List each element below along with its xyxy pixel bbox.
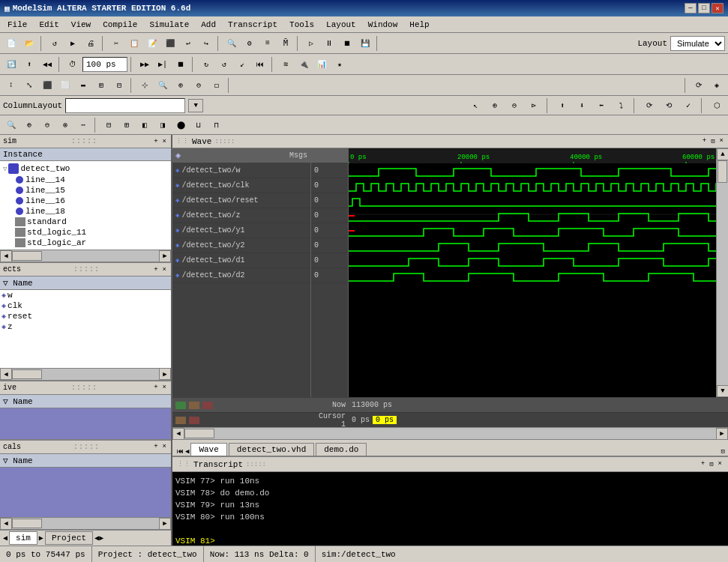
- cl-btn6[interactable]: ⬇: [574, 97, 590, 114]
- transcript-btn1[interactable]: +: [700, 460, 706, 468]
- tb13[interactable]: M̄: [277, 35, 294, 52]
- menu-item-compile[interactable]: Compile: [97, 19, 143, 31]
- sim-r4[interactable]: ⏮: [252, 56, 268, 73]
- tb6[interactable]: 📝: [144, 35, 160, 52]
- hscroll-right[interactable]: ▶: [159, 250, 171, 262]
- w3-4[interactable]: ⬜: [57, 77, 73, 94]
- wave-signal-clk[interactable]: ◈ /detect_two/clk: [172, 178, 310, 193]
- tb7[interactable]: ⬛: [162, 35, 178, 52]
- tree-item-line14[interactable]: line__14: [1, 175, 169, 185]
- sim-run[interactable]: ▶▶: [136, 56, 153, 73]
- cl-btn11[interactable]: ✓: [680, 97, 697, 114]
- wave-signal-y1[interactable]: ◈ /detect_two/y1: [172, 223, 310, 238]
- cl-btn5[interactable]: ⬆: [554, 97, 571, 114]
- tab-arrow-left[interactable]: ⏮: [177, 447, 184, 456]
- tab-project[interactable]: Project: [45, 531, 93, 545]
- w3-cursor[interactable]: ⊹: [136, 77, 153, 94]
- cals-btn1[interactable]: +: [152, 443, 159, 450]
- cl-btn8[interactable]: ⤵: [613, 97, 629, 114]
- sim-r1[interactable]: ↻: [198, 56, 214, 73]
- obj-hscroll-track[interactable]: [12, 369, 159, 380]
- tree-item-std-logic-ar[interactable]: std_logic_ar: [1, 238, 169, 248]
- wave-hscroll-track[interactable]: [184, 428, 716, 439]
- active-btn1[interactable]: +: [152, 384, 159, 391]
- scroll-left-tab[interactable]: ◀: [3, 534, 7, 543]
- tab-wave[interactable]: Wave: [190, 443, 226, 456]
- w-tb3[interactable]: 📊: [313, 56, 330, 73]
- tb14[interactable]: ▷: [303, 35, 319, 52]
- signal-w[interactable]: ◈ w: [0, 290, 171, 300]
- tb17[interactable]: 💾: [357, 35, 373, 52]
- cl-btn3[interactable]: ⊖: [506, 97, 523, 114]
- menu-item-help[interactable]: Help: [403, 19, 435, 31]
- cl-btn9[interactable]: ⟳: [641, 97, 658, 114]
- signal-clk[interactable]: ◈ clk: [0, 300, 171, 311]
- sim-panel-btn1[interactable]: +: [152, 138, 159, 145]
- tree-item-detect-two[interactable]: ▽ detect_two: [1, 163, 169, 175]
- w3-zoomin[interactable]: ⊕: [172, 77, 189, 94]
- w3-5[interactable]: ▬: [75, 77, 91, 94]
- wave-signal-y2[interactable]: ◈ /detect_two/y2: [172, 238, 310, 253]
- sim-step[interactable]: ▶|: [154, 56, 171, 73]
- cals-hscroll-track[interactable]: [12, 518, 159, 529]
- tb9[interactable]: ↪: [198, 35, 214, 52]
- tb3[interactable]: 🖨: [82, 35, 99, 52]
- w-tb2[interactable]: 🔌: [295, 56, 312, 73]
- wave-hscroll[interactable]: ◀ ▶: [172, 427, 728, 439]
- menu-item-layout[interactable]: Layout: [320, 19, 362, 31]
- w3-6[interactable]: ⊞: [93, 77, 109, 94]
- wave-btn1[interactable]: +: [701, 137, 708, 145]
- tree-item-line15[interactable]: line__15: [1, 185, 169, 196]
- wave-hscroll-left[interactable]: ◀: [172, 428, 184, 440]
- tree-item-line16[interactable]: line__16: [1, 196, 169, 206]
- shape2[interactable]: ⊞: [118, 117, 135, 133]
- sim-r2[interactable]: ↺: [216, 56, 232, 73]
- cl-btn4[interactable]: ⊳: [526, 97, 542, 114]
- hscroll-track[interactable]: [12, 250, 159, 262]
- tb16[interactable]: ⏹: [339, 35, 355, 52]
- tb12[interactable]: ≡: [259, 35, 276, 52]
- sim-stop[interactable]: ⏹: [172, 56, 189, 73]
- active-btn2[interactable]: ×: [161, 384, 168, 391]
- cals-hscroll-right[interactable]: ▶: [159, 518, 171, 530]
- wave-signal-d1[interactable]: ◈ /detect_two/d1: [172, 253, 310, 268]
- w3-1[interactable]: ↕: [3, 77, 19, 94]
- sim-r3[interactable]: ↙: [234, 56, 250, 73]
- search-btn4[interactable]: ⊗: [57, 117, 73, 133]
- open-btn[interactable]: 📂: [21, 35, 37, 52]
- signal-z[interactable]: ◈ z: [0, 321, 171, 332]
- cl-btn1[interactable]: ↖: [467, 97, 484, 114]
- tab-arrow-left2[interactable]: ◀: [185, 447, 189, 456]
- wave-signal-z[interactable]: ◈ /detect_two/z: [172, 208, 310, 223]
- menu-item-view[interactable]: View: [65, 19, 97, 31]
- w3-3[interactable]: ⬛: [39, 77, 55, 94]
- obj-btn1[interactable]: +: [152, 266, 159, 274]
- w3-extra1[interactable]: ⟳: [691, 77, 707, 94]
- tab-demo-do[interactable]: demo.do: [316, 443, 367, 456]
- new-btn[interactable]: 📄: [3, 35, 19, 52]
- signal-reset[interactable]: ◈ reset: [0, 311, 171, 321]
- sim-tb1[interactable]: 🔃: [3, 56, 19, 73]
- w-tb1[interactable]: ≋: [277, 56, 294, 73]
- w3-7[interactable]: ⊟: [111, 77, 127, 94]
- w3-zoomfit[interactable]: ◻: [208, 77, 225, 94]
- tb11[interactable]: ⚙: [241, 35, 258, 52]
- tb4[interactable]: ✂: [108, 35, 124, 52]
- cl-btn2[interactable]: ⊕: [487, 97, 503, 114]
- shape5[interactable]: ⬤: [172, 117, 189, 133]
- wave-signal-reset[interactable]: ◈ /detect_two/reset: [172, 193, 310, 208]
- cals-btn2[interactable]: ×: [161, 443, 168, 450]
- obj-btn2[interactable]: ×: [161, 266, 168, 274]
- w3-zoomout[interactable]: ⊖: [190, 77, 207, 94]
- transcript-content[interactable]: VSIM 77> run 10ns VSIM 78> do demo.do VS…: [172, 472, 728, 546]
- tb8[interactable]: ↩: [180, 35, 196, 52]
- search-btn1[interactable]: 🔍: [3, 117, 19, 133]
- menu-item-tools[interactable]: Tools: [283, 19, 320, 31]
- sim-tb2[interactable]: ⬆: [21, 56, 37, 73]
- search-btn5[interactable]: ⋯: [75, 117, 91, 133]
- sim-panel-btn2[interactable]: ×: [161, 138, 168, 145]
- tree-item-standard[interactable]: standard: [1, 217, 169, 227]
- maximize-button[interactable]: □: [698, 3, 710, 13]
- transcript-btn2[interactable]: ⊡: [708, 460, 715, 468]
- cals-hscroll-left[interactable]: ◀: [0, 518, 12, 530]
